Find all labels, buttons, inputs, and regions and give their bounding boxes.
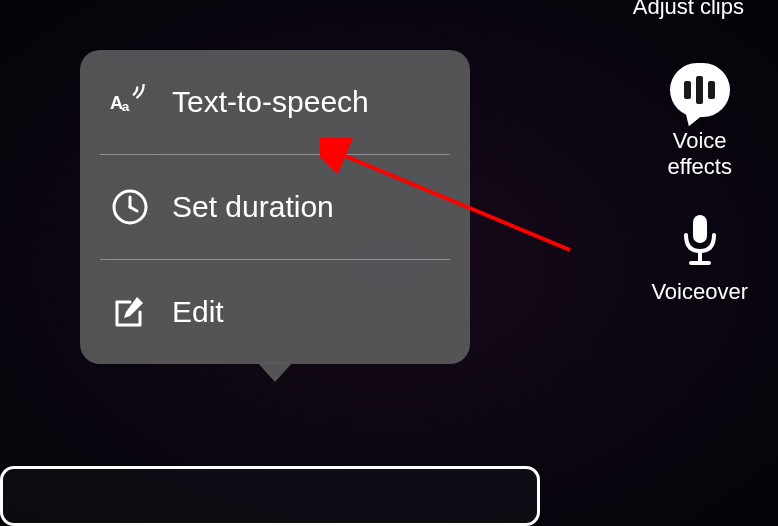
- clock-icon: [110, 187, 150, 227]
- set-duration-label: Set duration: [172, 190, 334, 224]
- edit-icon: [110, 292, 150, 332]
- set-duration-option[interactable]: Set duration: [100, 155, 450, 260]
- edit-label: Edit: [172, 295, 224, 329]
- text-to-speech-label: Text-to-speech: [172, 85, 369, 119]
- svg-rect-0: [693, 215, 707, 243]
- voiceover-button[interactable]: Voiceover: [651, 211, 748, 305]
- microphone-icon: [670, 211, 730, 271]
- text-context-menu: A a Text-to-speech Set duration Ed: [80, 50, 470, 364]
- voice-effects-icon: [670, 60, 730, 120]
- text-to-speech-option[interactable]: A a Text-to-speech: [100, 50, 450, 155]
- edit-option[interactable]: Edit: [80, 260, 470, 364]
- text-overlay-box[interactable]: [0, 466, 540, 526]
- editor-sidebar: Voice effects Voiceover: [651, 0, 748, 305]
- voice-effects-label: Voice effects: [667, 128, 731, 181]
- svg-line-7: [130, 207, 137, 211]
- voiceover-label: Voiceover: [651, 279, 748, 305]
- svg-text:a: a: [122, 99, 130, 114]
- tts-icon: A a: [110, 82, 150, 122]
- voice-effects-button[interactable]: Voice effects: [667, 60, 731, 181]
